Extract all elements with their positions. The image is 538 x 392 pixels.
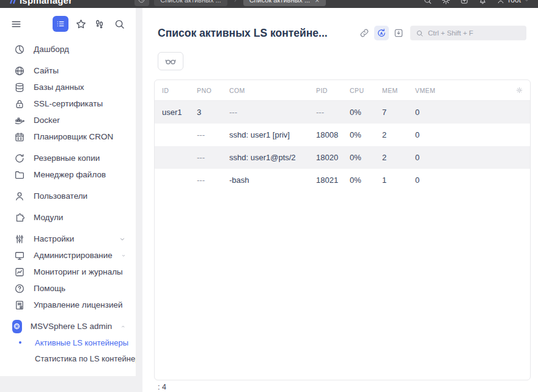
theme-icon[interactable] bbox=[441, 0, 451, 5]
table-row[interactable]: ---sshd: user1@pts/2180200%20 bbox=[155, 146, 530, 169]
sidebar-item-label: Мониторинг и журналы bbox=[34, 267, 123, 276]
search-input[interactable]: Ctrl + Shift + F bbox=[410, 26, 526, 40]
sidebar-item-dashboard[interactable]: Дашборд bbox=[0, 41, 136, 57]
tab-close-icon[interactable]: × bbox=[315, 0, 320, 5]
menu-view-button[interactable] bbox=[53, 16, 68, 32]
column-header-mem[interactable]: MEM bbox=[375, 87, 408, 94]
favorites-icon[interactable] bbox=[75, 18, 87, 30]
database-icon bbox=[14, 82, 25, 93]
sidebar-item-calendar[interactable]: Планировщик CRON bbox=[0, 128, 136, 145]
globe-icon bbox=[14, 65, 25, 76]
sidebar-item-lock[interactable]: SSL-сертификаты bbox=[0, 95, 136, 112]
sidebar-subitem-label: Активные LS контейнеры bbox=[35, 338, 128, 347]
user-name: root bbox=[508, 0, 521, 4]
tab-separator-icon bbox=[232, 0, 238, 3]
sidebar-group: Дашборд bbox=[0, 41, 136, 57]
page-title: Список активных LS контейне... bbox=[158, 27, 328, 40]
glasses-icon bbox=[164, 55, 177, 67]
copy-link-icon[interactable] bbox=[359, 28, 370, 39]
table-cell: sshd: user1 [priv] bbox=[222, 130, 309, 139]
new-tab-icon[interactable] bbox=[460, 0, 469, 5]
column-header-pid[interactable]: PID bbox=[309, 87, 342, 94]
sidebar-item-license[interactable]: Управление лицензией bbox=[0, 297, 136, 313]
notifications-icon[interactable] bbox=[478, 0, 487, 5]
app-logo[interactable]: ispmanager bbox=[9, 0, 72, 6]
license-icon bbox=[14, 300, 25, 311]
table-cell: 0% bbox=[342, 130, 375, 139]
sidebar-item-monitor[interactable]: Администрирование bbox=[0, 247, 136, 264]
view-button[interactable] bbox=[158, 52, 183, 70]
table-cell: 0 bbox=[408, 108, 444, 117]
autorefresh-icon[interactable] bbox=[374, 26, 389, 40]
tab-label: Список активных ... bbox=[249, 0, 310, 4]
table-row[interactable]: ---sshd: user1 [priv]180080%20 bbox=[155, 124, 530, 146]
footprints-icon[interactable] bbox=[94, 18, 105, 30]
msvsphere-icon bbox=[12, 320, 22, 333]
sidebar-item-help[interactable]: Помощь bbox=[0, 280, 136, 297]
gear-icon[interactable] bbox=[515, 86, 523, 94]
sidebar-item-puzzle[interactable]: Модули bbox=[0, 209, 136, 226]
table-body: user13------0%70---sshd: user1 [priv]180… bbox=[155, 101, 530, 191]
menu-toggle-icon[interactable] bbox=[10, 18, 22, 30]
export-icon[interactable] bbox=[393, 28, 404, 39]
calendar-icon bbox=[14, 131, 25, 142]
sidebar-search-icon[interactable] bbox=[114, 18, 125, 30]
sidebar-item-folder[interactable]: Менеджер файлов bbox=[0, 166, 136, 183]
selected-dot bbox=[19, 341, 21, 344]
column-header-vmem[interactable]: VMEM bbox=[408, 87, 444, 94]
sidebar-group: Резервные копииМенеджер файлов bbox=[0, 150, 136, 183]
sidebar-item-label: Менеджер файлов bbox=[34, 170, 106, 179]
sidebar-item-label: Docker bbox=[34, 116, 60, 125]
sidebar-group: MSVSphere LS adminАктивные LS контейнеры… bbox=[0, 318, 136, 366]
table-cell: 1 bbox=[375, 176, 408, 185]
sidebar-item-database[interactable]: Базы данных bbox=[0, 79, 136, 95]
search-icon bbox=[416, 29, 424, 37]
user-menu[interactable]: root bbox=[496, 0, 529, 4]
sidebar-item-user[interactable]: Пользователи bbox=[0, 188, 136, 204]
caret-down-icon bbox=[524, 0, 529, 3]
column-header-id[interactable]: ID bbox=[155, 87, 190, 94]
containers-table: IDPNOCOMPIDCPUMEMVMEM user13------0%70--… bbox=[154, 80, 531, 380]
column-header-com[interactable]: COM bbox=[222, 87, 309, 94]
sidebar-item-sliders[interactable]: Настройки bbox=[0, 231, 136, 247]
table-row[interactable]: user13------0%70 bbox=[155, 101, 530, 124]
table-cell: 3 bbox=[190, 108, 222, 117]
sidebar-item-backup[interactable]: Резервные копии bbox=[0, 150, 136, 166]
table-cell: 0 bbox=[408, 153, 444, 162]
user-icon bbox=[14, 191, 25, 202]
logo-icon bbox=[9, 0, 17, 4]
sidebar-item-msvsphere[interactable]: MSVSphere LS admin bbox=[0, 318, 136, 335]
chevron-down-icon[interactable] bbox=[121, 252, 126, 259]
sidebar-group: Модули bbox=[0, 209, 136, 226]
chevron-up-icon[interactable] bbox=[120, 323, 126, 330]
column-header-cpu[interactable]: CPU bbox=[342, 87, 375, 94]
sidebar-item-globe[interactable]: Сайты bbox=[0, 62, 136, 79]
table-row[interactable]: ----bash180210%10 bbox=[155, 169, 530, 191]
main-content: Список активных LS контейне... Ctrl + Sh… bbox=[142, 8, 538, 392]
history-button[interactable] bbox=[134, 0, 149, 6]
column-header-pno[interactable]: PNO bbox=[190, 87, 222, 94]
sidebar-group: СайтыБазы данныхSSL-сертификатыDockerПла… bbox=[0, 62, 136, 145]
logo-text: ispmanager bbox=[20, 0, 72, 6]
list-icon bbox=[56, 19, 65, 29]
table-cell: 0% bbox=[342, 176, 375, 185]
tab-current[interactable]: Список активных ... × bbox=[243, 0, 326, 6]
total-count: : 4 bbox=[158, 383, 166, 391]
global-search-icon[interactable] bbox=[423, 0, 432, 5]
table-cell: user1 bbox=[155, 108, 190, 117]
sidebar-item-chart[interactable]: Мониторинг и журналы bbox=[0, 264, 136, 280]
help-icon bbox=[14, 283, 25, 294]
chart-icon bbox=[14, 267, 25, 278]
sidebar-toolbar bbox=[0, 8, 136, 40]
sidebar-subitem[interactable]: Статистика по LS контейнер... bbox=[0, 350, 136, 366]
topbar: ispmanager Список активных ... Список ак… bbox=[0, 0, 538, 8]
sliders-icon bbox=[14, 234, 25, 245]
search-placeholder: Ctrl + Shift + F bbox=[428, 29, 473, 37]
docker-icon bbox=[14, 115, 25, 126]
sidebar-item-label: Помощь bbox=[34, 284, 65, 293]
table-cell: 18020 bbox=[309, 153, 342, 162]
sidebar-subitem[interactable]: Активные LS контейнеры bbox=[0, 335, 136, 350]
sidebar-item-docker[interactable]: Docker bbox=[0, 112, 136, 128]
tab-previous[interactable]: Список активных ... bbox=[154, 0, 227, 6]
chevron-down-icon[interactable] bbox=[119, 235, 126, 243]
